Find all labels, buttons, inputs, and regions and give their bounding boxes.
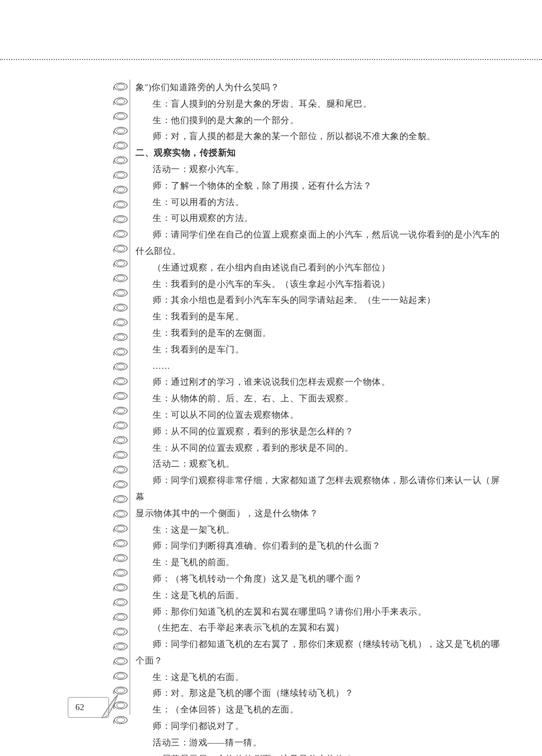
svg-point-31 — [117, 305, 125, 310]
svg-point-77 — [117, 644, 125, 649]
text-line: 生：我看到的是车尾。 — [136, 309, 501, 325]
svg-point-33 — [117, 320, 125, 325]
svg-point-3 — [117, 99, 125, 104]
text-line: 师：通过刚才的学习，谁来说说我们怎样去观察一个物体。 — [136, 374, 501, 391]
text-line: 师：同学们都知道飞机的左右翼了，那你们来观察（继续转动飞机），这又是飞机的哪 — [136, 636, 501, 653]
svg-point-51 — [117, 453, 125, 457]
svg-point-1 — [117, 84, 125, 89]
svg-point-41 — [117, 379, 125, 384]
svg-point-81 — [117, 674, 125, 678]
svg-point-75 — [117, 629, 125, 634]
text-line: 个面？ — [136, 653, 501, 669]
text-line: 师：同学们判断得真准确。你们看到的是飞机的什么面？ — [136, 538, 501, 554]
text-line: 生：从不同的位置去观察，看到的形状是不同的。 — [136, 440, 501, 457]
svg-point-61 — [117, 526, 125, 531]
header-divider — [0, 59, 542, 60]
svg-point-23 — [117, 246, 125, 251]
svg-point-29 — [117, 290, 125, 295]
text-line: （屏幕显示另一个物体的侧面）这又是什么物体？ — [136, 751, 501, 756]
svg-point-71 — [117, 600, 125, 605]
svg-point-25 — [117, 261, 125, 266]
text-line: 生：是飞机的前面。 — [136, 554, 501, 571]
text-line: 生：从物体的前、后、左、右、上、下面去观察。 — [136, 391, 501, 407]
svg-point-45 — [117, 408, 125, 413]
svg-point-19 — [117, 217, 125, 222]
text-line: 生：（全体回答）这是飞机的左面。 — [136, 702, 501, 718]
spiral-binding — [113, 80, 130, 728]
text-line: 生：这是一架飞机。 — [136, 522, 501, 539]
svg-point-73 — [117, 615, 125, 619]
svg-point-27 — [117, 276, 125, 280]
svg-point-69 — [117, 585, 125, 590]
svg-point-53 — [117, 467, 125, 472]
svg-point-37 — [117, 349, 125, 354]
text-line: （生通过观察，在小组内自由述说自己看到的小汽车部位） — [136, 260, 501, 276]
svg-point-65 — [117, 556, 125, 560]
text-line: 生：可以用观察的方法。 — [136, 210, 501, 227]
text-line: 生：可以从不同的位置去观察物体。 — [136, 407, 501, 424]
svg-point-7 — [117, 128, 125, 133]
text-line: 生：可以用看的方法。 — [136, 194, 501, 211]
text-line: 生：这是飞机的右面。 — [136, 669, 501, 686]
text-line: 生：这是飞机的后面。 — [136, 587, 501, 604]
text-line: 象")你们知道路旁的人为什么笑吗？ — [136, 80, 501, 96]
svg-point-39 — [117, 364, 125, 369]
text-line: 师：那你们知道飞机的左翼和右翼在哪里吗？请你们用小手来表示。 — [136, 604, 501, 620]
text-line: 生：我看到的是车门。 — [136, 342, 501, 358]
svg-point-15 — [117, 187, 125, 192]
text-line: 师：对。那这是飞机的哪个面（继续转动飞机）？ — [136, 685, 501, 702]
text-line: 显示物体其中的一个侧面），这是什么物体？ — [136, 506, 501, 522]
text-line: 生：我看到的是小汽车的车头。（该生拿起小汽车指着说） — [136, 276, 501, 293]
text-line: 师：请同学们坐在自己的位置上观察桌面上的小汽车，然后说一说你看到的是小汽车的 — [136, 227, 501, 243]
text-line: 生：盲人摸到的分别是大象的牙齿、耳朵、腿和尾巴。 — [136, 96, 501, 113]
svg-point-57 — [117, 497, 125, 501]
svg-point-13 — [117, 173, 125, 177]
svg-point-63 — [117, 541, 125, 546]
svg-point-55 — [117, 482, 125, 487]
text-line: 活动二：观察飞机。 — [136, 456, 501, 473]
main-content: 象")你们知道路旁的人为什么笑吗？生：盲人摸到的分别是大象的牙齿、耳朵、腿和尾巴… — [136, 80, 501, 756]
svg-point-83 — [117, 688, 125, 693]
svg-point-5 — [117, 114, 125, 118]
svg-point-35 — [117, 335, 125, 339]
svg-point-79 — [117, 659, 125, 663]
svg-point-67 — [117, 570, 125, 575]
text-line: …… — [136, 358, 501, 375]
text-line: 生：他们摸到的是大象的一个部分。 — [136, 113, 501, 129]
text-line: 活动一：观察小汽车。 — [136, 161, 501, 178]
text-line: 师：从不同的位置观察，看到的形状是怎么样的？ — [136, 424, 501, 440]
text-line: 师：其余小组也是看到小汽车车头的同学请站起来。（生一一站起来） — [136, 292, 501, 309]
text-line: 师：了解一个物体的全貌，除了用摸，还有什么方法？ — [136, 178, 501, 194]
svg-point-9 — [117, 143, 125, 148]
svg-point-43 — [117, 394, 125, 398]
text-line: 师：对，盲人摸的都是大象的某一个部位，所以都说不准大象的全貌。 — [136, 128, 501, 145]
feather-icon — [97, 693, 121, 719]
page-number-value: 62 — [75, 702, 84, 712]
text-line: 师：（将飞机转动一个角度）这又是飞机的哪个面？ — [136, 571, 501, 587]
svg-point-47 — [117, 423, 125, 428]
svg-point-49 — [117, 438, 125, 443]
svg-point-59 — [117, 511, 125, 516]
text-line: 什么部位。 — [136, 243, 501, 260]
text-line: 师：同学们观察得非常仔细，大家都知道了怎样去观察物体，那么请你们来认一认（屏幕 — [136, 473, 501, 506]
text-line: 师：同学们都说对了。 — [136, 718, 501, 735]
text-line: 活动三：游戏——猜一猜。 — [136, 735, 501, 751]
text-line: 二、观察实物，传授新知 — [136, 145, 501, 161]
text-line: （生把左、右手举起来表示飞机的左翼和右翼） — [136, 620, 501, 636]
text-line: 生：我看到的是车的左侧面。 — [136, 325, 501, 342]
svg-point-17 — [117, 202, 125, 207]
svg-point-21 — [117, 232, 125, 236]
svg-point-11 — [117, 158, 125, 163]
